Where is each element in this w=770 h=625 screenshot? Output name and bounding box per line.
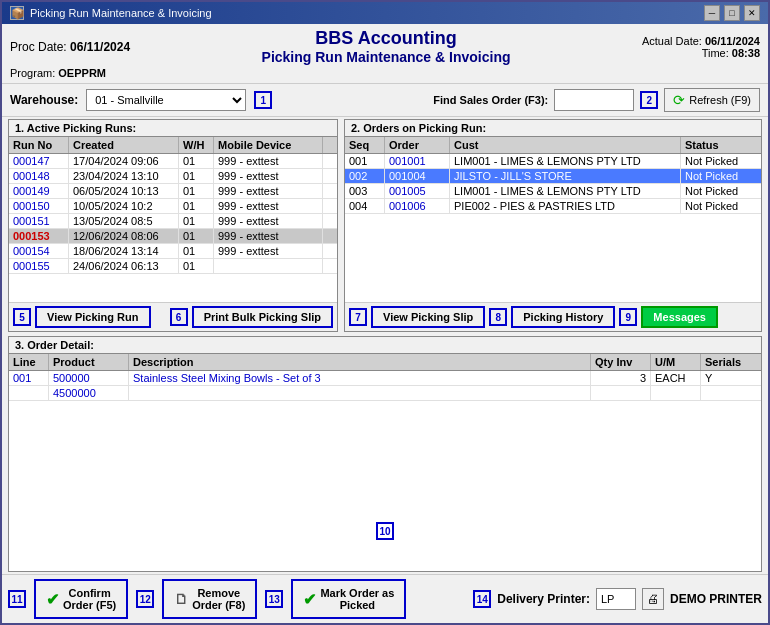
- created-cell: 18/06/2024 13:14: [69, 244, 179, 258]
- view-picking-run-button[interactable]: View Picking Run: [35, 306, 151, 328]
- title-bar: 📦 Picking Run Maintenance & Invoicing ─ …: [2, 2, 768, 24]
- orders-row[interactable]: 003 001005 LIM001 - LIMES & LEMONS PTY L…: [345, 184, 761, 199]
- delivery-printer-input[interactable]: [596, 588, 636, 610]
- confirm-order-button[interactable]: ✔ ConfirmOrder (F5): [34, 579, 128, 619]
- mark-label: Mark Order asPicked: [320, 587, 394, 611]
- actual-date-value: 06/11/2024: [705, 35, 760, 47]
- header-section: Proc Date: 06/11/2024 BBS Accounting Pic…: [2, 24, 768, 84]
- order-cell: 001006: [385, 199, 450, 213]
- col-description: Description: [129, 354, 591, 370]
- remove-order-button[interactable]: 🗋 RemoveOrder (F8): [162, 579, 257, 619]
- device-cell: 999 - exttest: [214, 214, 323, 228]
- created-cell: 24/06/2024 06:13: [69, 259, 179, 273]
- col-order: Order: [385, 137, 450, 153]
- confirm-check-icon: ✔: [46, 590, 59, 609]
- printer-name: DEMO PRINTER: [670, 592, 762, 606]
- refresh-label: Refresh (F9): [689, 94, 751, 106]
- badge12: 12: [136, 590, 154, 608]
- col-qty-inv: Qty Inv: [591, 354, 651, 370]
- active-picking-row[interactable]: 000154 18/06/2024 13:14 01 999 - exttest: [9, 244, 337, 259]
- col-seq: Seq: [345, 137, 385, 153]
- col-device: Mobile Device: [214, 137, 323, 153]
- refresh-button[interactable]: ⟳ Refresh (F9): [664, 88, 760, 112]
- main-window: 📦 Picking Run Maintenance & Invoicing ─ …: [0, 0, 770, 625]
- col-product: Product: [49, 354, 129, 370]
- program-row: Program: OEPPRM: [10, 67, 760, 79]
- detail-row-main: 001 500000 Stainless Steel Mixing Bowls …: [9, 371, 761, 386]
- wh-cell: 01: [179, 169, 214, 183]
- run-no-cell: 000151: [9, 214, 69, 228]
- find-order-input[interactable]: [554, 89, 634, 111]
- picking-history-button[interactable]: Picking History: [511, 306, 615, 328]
- orders-row[interactable]: 004 001006 PIE002 - PIES & PASTRIES LTD …: [345, 199, 761, 214]
- actual-date-group: Actual Date: 06/11/2024 Time: 08:38: [642, 35, 760, 59]
- active-picking-row[interactable]: 000155 24/06/2024 06:13 01: [9, 259, 337, 274]
- active-picking-row[interactable]: 000148 23/04/2024 13:10 01 999 - exttest: [9, 169, 337, 184]
- detail-body: 001 500000 Stainless Steel Mixing Bowls …: [9, 371, 761, 491]
- wh-cell: 01: [179, 259, 214, 273]
- right-btn-group: 6 Print Bulk Picking Slip: [170, 306, 333, 328]
- view-picking-slip-button[interactable]: View Picking Slip: [371, 306, 485, 328]
- status-cell: Not Picked: [681, 199, 761, 213]
- proc-date-group: Proc Date: 06/11/2024: [10, 40, 130, 54]
- left-bottom-btns: 5 View Picking Run 6 Print Bulk Picking …: [9, 302, 337, 331]
- mark-picked-button[interactable]: ✔ Mark Order asPicked: [291, 579, 406, 619]
- badge9: 9: [619, 308, 637, 326]
- close-button[interactable]: ✕: [744, 5, 760, 21]
- active-picking-row[interactable]: 000153 12/06/2024 08:06 01 999 - exttest: [9, 229, 337, 244]
- device-cell: 999 - exttest: [214, 229, 323, 243]
- orders-row[interactable]: 001 001001 LIM001 - LIMES & LEMONS PTY L…: [345, 154, 761, 169]
- run-no-cell: 000155: [9, 259, 69, 273]
- detail-header: Line Product Description Qty Inv U/M Ser…: [9, 354, 761, 371]
- orders-panel: 2. Orders on Picking Run: Seq Order Cust…: [344, 119, 762, 332]
- active-picking-body[interactable]: 000147 17/04/2024 09:06 01 999 - exttest…: [9, 154, 337, 302]
- wh-cell: 01: [179, 184, 214, 198]
- title-bar-left: 📦 Picking Run Maintenance & Invoicing: [10, 6, 212, 20]
- confirm-label: ConfirmOrder (F5): [63, 587, 116, 611]
- active-picking-row[interactable]: 000149 06/05/2024 10:13 01 999 - exttest: [9, 184, 337, 199]
- cust-cell: LIM001 - LIMES & LEMONS PTY LTD: [450, 184, 681, 198]
- printer-icon-button[interactable]: 🖨: [642, 588, 664, 610]
- badge14: 14: [473, 590, 491, 608]
- find-badge: 2: [640, 91, 658, 109]
- active-picking-panel: 1. Active Picking Runs: Run No Created W…: [8, 119, 338, 332]
- warehouse-select[interactable]: 01 - Smallville: [86, 89, 246, 111]
- maximize-button[interactable]: □: [724, 5, 740, 21]
- badge13: 13: [265, 590, 283, 608]
- active-picking-row[interactable]: 000151 13/05/2024 08:5 01 999 - exttest: [9, 214, 337, 229]
- program-value: OEPPRM: [58, 67, 106, 79]
- right-bottom-btns: 7 View Picking Slip 8 Picking History 9 …: [345, 302, 761, 331]
- created-cell: 13/05/2024 08:5: [69, 214, 179, 228]
- seq-cell: 004: [345, 199, 385, 213]
- proc-date-value: 06/11/2024: [70, 40, 130, 54]
- device-cell: 999 - exttest: [214, 199, 323, 213]
- scroll-cell: [323, 244, 337, 258]
- orders-row[interactable]: 002 001004 JILSTO - JILL'S STORE Not Pic…: [345, 169, 761, 184]
- remove-label: RemoveOrder (F8): [192, 587, 245, 611]
- time-label: Time:: [702, 47, 729, 59]
- minimize-button[interactable]: ─: [704, 5, 720, 21]
- orders-body[interactable]: 001 001001 LIM001 - LIMES & LEMONS PTY L…: [345, 154, 761, 302]
- active-picking-row[interactable]: 000150 10/05/2024 10:2 01 999 - exttest: [9, 199, 337, 214]
- print-bulk-button[interactable]: Print Bulk Picking Slip: [192, 306, 333, 328]
- badge11: 11: [8, 590, 26, 608]
- cust-cell: JILSTO - JILL'S STORE: [450, 169, 681, 183]
- messages-button[interactable]: Messages: [641, 306, 718, 328]
- find-label: Find Sales Order (F3):: [433, 94, 548, 106]
- window-title: Picking Run Maintenance & Invoicing: [30, 7, 212, 19]
- wh-cell: 01: [179, 244, 214, 258]
- orders-title: 2. Orders on Picking Run:: [345, 120, 761, 137]
- col-created: Created: [69, 137, 179, 153]
- scroll-cell: [323, 214, 337, 228]
- status-cell: Not Picked: [681, 184, 761, 198]
- delivery-section: 14 Delivery Printer: 🖨 DEMO PRINTER: [473, 588, 762, 610]
- line-cell: 001: [9, 371, 49, 385]
- badge6: 6: [170, 308, 188, 326]
- run-no-cell: 000150: [9, 199, 69, 213]
- device-cell: 999 - exttest: [214, 244, 323, 258]
- active-picking-title: 1. Active Picking Runs:: [9, 120, 337, 137]
- find-order-section: Find Sales Order (F3): 2 ⟳ Refresh (F9): [433, 88, 760, 112]
- wh-cell: 01: [179, 199, 214, 213]
- app-subtitle: Picking Run Maintenance & Invoicing: [130, 49, 642, 65]
- active-picking-row[interactable]: 000147 17/04/2024 09:06 01 999 - exttest: [9, 154, 337, 169]
